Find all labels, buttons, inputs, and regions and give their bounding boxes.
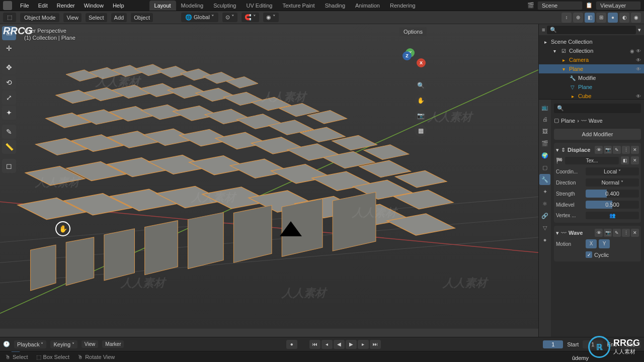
direction-dropdown[interactable]: Normal ˅ [586, 178, 639, 187]
mod-menu-icon[interactable]: ⋮ [622, 146, 630, 154]
outliner-row-camera[interactable]: ▸ Camera 👁 [539, 55, 644, 64]
properties-search[interactable]: 🔍 [554, 104, 641, 113]
midlevel-slider[interactable]: 0.500 [586, 201, 639, 209]
mod-realtime-icon[interactable]: 👁 [595, 146, 603, 154]
end-frame-field[interactable]: 250 [621, 340, 641, 348]
viewport-3d[interactable]: ▭ ✛ ✥ ⟲ ⤢ ✦ ✎ 📏 ◻ User Perspective (1) C… [0, 24, 538, 337]
timeline-marker[interactable]: Marker [102, 340, 124, 348]
scene-field[interactable]: Scene [537, 1, 583, 10]
outliner-filter-icon[interactable]: ▾ [638, 27, 641, 33]
editor-type-dropdown[interactable]: ⬚ [3, 13, 16, 22]
select-box-tool-icon[interactable]: ▭ [2, 26, 16, 40]
gizmo-x-icon[interactable]: X [417, 58, 426, 67]
play-reverse-icon[interactable]: ◀ [334, 340, 345, 349]
start-frame-field[interactable]: 1 [583, 340, 603, 348]
timeline-view[interactable]: View [82, 340, 99, 348]
chevron-down-icon[interactable]: ▾ [556, 230, 559, 236]
scale-tool-icon[interactable]: ⤢ [2, 90, 16, 105]
modifier-header[interactable]: ▾ ⇕ Displace 👁 📷 ✎ ⋮ ✕ [556, 145, 639, 155]
prop-tab-output[interactable]: 🖨 [539, 114, 550, 125]
overlay-toggle-icon[interactable]: ⊕ [573, 13, 583, 23]
add-cube-tool-icon[interactable]: ◻ [2, 159, 16, 173]
solid-shading-icon[interactable]: ● [608, 13, 618, 23]
jump-start-icon[interactable]: ⏮ [309, 340, 320, 349]
chevron-down-icon[interactable]: ▾ [556, 147, 559, 153]
strength-slider[interactable]: 0.400 [586, 190, 639, 198]
menu-help[interactable]: Help [109, 1, 128, 10]
autokey-icon[interactable]: ● [286, 340, 297, 349]
outliner-toggles[interactable]: 👁 [636, 57, 641, 63]
outliner-type-icon[interactable]: ≡ [542, 27, 545, 33]
tab-rendering[interactable]: Rendering [385, 1, 421, 11]
rendered-shading-icon[interactable]: ◉ [631, 13, 641, 23]
gizmo-toggle-icon[interactable]: ↕ [561, 13, 572, 23]
rotate-tool-icon[interactable]: ⟲ [2, 75, 16, 89]
add-modifier-button[interactable]: Add Modifier [554, 129, 641, 140]
prop-tab-physics[interactable]: ⚛ [539, 198, 550, 209]
next-key-icon[interactable]: ▸ [358, 340, 369, 349]
pan-icon[interactable]: ✋ [415, 95, 427, 107]
tab-uv-editing[interactable]: UV Editing [241, 1, 277, 11]
prop-tab-material[interactable]: ● [539, 234, 550, 245]
outliner-toggles[interactable]: 👁 [636, 66, 641, 72]
menu-render[interactable]: Render [53, 1, 79, 10]
prop-tab-data[interactable]: ▽ [539, 222, 550, 233]
perspective-toggle-icon[interactable]: ▦ [415, 125, 427, 137]
annotate-tool-icon[interactable]: ✎ [2, 125, 16, 139]
outliner-row-plane-data[interactable]: ▽ Plane [539, 82, 644, 92]
viewlayer-field[interactable]: ViewLayer [596, 1, 641, 10]
header-object[interactable]: Object [131, 13, 153, 22]
axis-gizmo[interactable]: X Y Z [398, 47, 427, 75]
header-add[interactable]: Add [111, 13, 127, 22]
outliner-row-modifier[interactable]: 🔧 Modifie [539, 73, 644, 82]
header-select[interactable]: Select [86, 13, 107, 22]
tab-layout[interactable]: Layout [149, 1, 176, 11]
prop-tab-object[interactable]: ▢ [539, 162, 550, 173]
prop-tab-constraints[interactable]: 🔗 [539, 210, 550, 221]
mod-close-icon[interactable]: ✕ [631, 146, 639, 154]
motion-x-button[interactable]: X [586, 239, 597, 248]
prop-tab-particles[interactable]: ✦ [539, 186, 550, 197]
tab-modeling[interactable]: Modeling [176, 1, 209, 11]
mod-render-icon[interactable]: 📷 [604, 229, 612, 237]
outliner-toggles[interactable]: ◉ 👁 [630, 48, 641, 54]
camera-view-icon[interactable]: 📷 [415, 110, 427, 122]
pivot-dropdown[interactable]: ⊙ ˅ [222, 13, 237, 22]
prop-tab-world[interactable]: 🌍 [539, 150, 550, 161]
cursor-tool-icon[interactable]: ✛ [2, 41, 16, 55]
menu-file[interactable]: File [16, 1, 33, 10]
header-view[interactable]: View [63, 13, 82, 22]
wireframe-shading-icon[interactable]: ⊞ [596, 13, 606, 23]
gizmo-z-icon[interactable]: Z [403, 51, 412, 60]
mod-close-icon[interactable]: ✕ [631, 229, 639, 237]
mod-render-icon[interactable]: 📷 [604, 146, 612, 154]
prop-tab-modifiers[interactable]: 🔧 [539, 174, 550, 185]
snap-toggle[interactable]: 🧲 ˅ [242, 13, 259, 22]
tab-shading[interactable]: Shading [320, 1, 350, 11]
outliner-row-scene-collection[interactable]: ▸ Scene Collection [539, 37, 644, 46]
measure-tool-icon[interactable]: 📏 [2, 140, 16, 154]
prop-tab-scene[interactable]: 🎬 [539, 138, 550, 149]
modifier-header[interactable]: ▾ 〰 Wave 👁 📷 ✎ ⋮ ✕ [556, 228, 639, 238]
tab-texture-paint[interactable]: Texture Paint [277, 1, 319, 11]
play-icon[interactable]: ▶ [346, 340, 357, 349]
breadcrumb-obj[interactable]: Plane [561, 118, 575, 124]
proportional-toggle[interactable]: ◉ ˅ [263, 13, 279, 22]
move-tool-icon[interactable]: ✥ [2, 60, 16, 74]
outliner-row-plane[interactable]: ▾ Plane 👁 [539, 64, 644, 73]
tab-animation[interactable]: Animation [350, 1, 385, 11]
timeline-keying[interactable]: Keying ˅ [50, 340, 77, 348]
outliner-row-collection[interactable]: ▾ ☑ Collection ◉ 👁 [539, 46, 644, 55]
timeline-editor-icon[interactable]: 🕐 [3, 341, 10, 347]
transform-tool-icon[interactable]: ✦ [2, 106, 16, 120]
mod-edit-icon[interactable]: ✎ [613, 229, 621, 237]
menu-edit[interactable]: Edit [34, 1, 52, 10]
texture-field[interactable]: Tex... [565, 157, 619, 164]
zoom-icon[interactable]: 🔍 [415, 79, 427, 92]
breadcrumb-mod[interactable]: Wave [589, 118, 603, 124]
outliner-toggles[interactable]: 👁 [636, 94, 641, 99]
mod-edit-icon[interactable]: ✎ [613, 146, 621, 154]
outliner-row-cube[interactable]: ▸ Cube 👁 [539, 92, 644, 100]
xray-toggle-icon[interactable]: ◧ [585, 13, 595, 23]
menu-window[interactable]: Window [80, 1, 108, 10]
